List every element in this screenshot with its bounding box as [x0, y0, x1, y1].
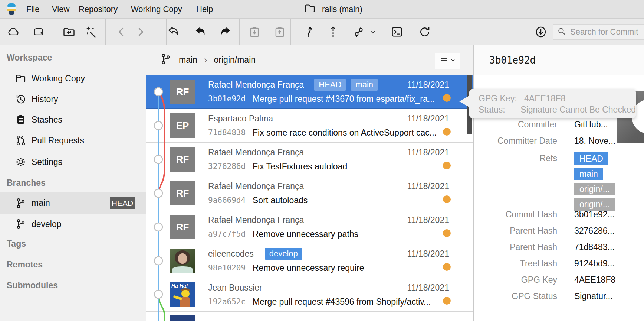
- commit-row-71d84838[interactable]: EP Espartaco Palma 11/18/2021 71d84838 F…: [146, 109, 474, 143]
- sidebar-item-pull-requests[interactable]: Pull Requests: [0, 131, 146, 150]
- commit-list-header: main › origin/main: [146, 45, 474, 75]
- hamburger-icon: [440, 56, 448, 66]
- field-value-commit-hash: 3b01e92...: [574, 210, 615, 220]
- tooltip-gpg-key-value: 4AEE18F8: [524, 94, 565, 104]
- commit-message: Remove unnecessary require: [253, 263, 364, 273]
- commits-graph-chevron-icon[interactable]: [368, 25, 378, 39]
- menu-working-copy[interactable]: Working Copy: [129, 0, 184, 19]
- ref-badge-origin-2[interactable]: origin/...: [574, 198, 615, 211]
- rebase-button[interactable]: [326, 25, 340, 39]
- drive-button[interactable]: [32, 25, 46, 39]
- field-value-committer-date: 18. Nove...: [574, 136, 615, 146]
- stash-button[interactable]: [247, 25, 262, 39]
- refresh-button[interactable]: [418, 25, 432, 39]
- gpg-status-dot[interactable]: [443, 297, 451, 305]
- tooltip-status-value: Signature Cannot Be Checked: [520, 105, 636, 115]
- commit-author: Rafael Mendonça França: [208, 215, 304, 225]
- commit-author: eileencodes: [208, 249, 254, 259]
- discard-button[interactable]: [167, 25, 181, 39]
- field-label-committer: Committer: [474, 120, 557, 130]
- merge-button[interactable]: [303, 25, 317, 39]
- submodules-header[interactable]: Submodules: [7, 278, 142, 293]
- search-input[interactable]: [570, 27, 644, 37]
- ref-badge-main: main: [351, 79, 378, 91]
- sidebar-branch-develop[interactable]: develop: [0, 215, 146, 233]
- menu-repository[interactable]: Repository: [76, 0, 120, 19]
- cloud-button[interactable]: [6, 25, 20, 39]
- gpg-status-dot[interactable]: [443, 94, 451, 102]
- terminal-button[interactable]: [390, 25, 404, 39]
- branches-header: Branches: [7, 175, 142, 191]
- gpg-status-dot[interactable]: [443, 195, 451, 203]
- back-button[interactable]: [115, 25, 129, 39]
- gpg-status-dot[interactable]: [443, 162, 451, 169]
- commit-message: Merge pull request #43670 from esparta/f…: [253, 94, 435, 104]
- branch-icon: [160, 53, 172, 68]
- ref-badge-head[interactable]: HEAD: [574, 152, 608, 165]
- gpg-status-dot[interactable]: [443, 229, 451, 237]
- download-commits-button[interactable]: [534, 25, 548, 39]
- forward-button[interactable]: [133, 25, 147, 39]
- menu-view[interactable]: View: [50, 0, 72, 19]
- field-value-parent-hash-1: 3276286...: [574, 226, 615, 236]
- commit-date: 11/18/2021: [407, 283, 449, 293]
- pull-request-icon: [15, 134, 27, 146]
- gpg-tooltip: GPG Key: 4AEE18F8 Status: Signature Cann…: [469, 89, 636, 118]
- folder-icon: [304, 2, 316, 16]
- avatar: EP: [170, 113, 195, 138]
- gpg-status-dot[interactable]: [443, 128, 451, 136]
- menu-file[interactable]: File: [24, 0, 42, 19]
- commit-message: Fix TestFixtures autoload: [253, 162, 347, 172]
- field-label-refs: Refs: [474, 153, 557, 163]
- commit-row-3b01e92d[interactable]: RF Rafael Mendonça França HEAD main 11/1…: [146, 75, 474, 109]
- graph-options-button[interactable]: [435, 53, 460, 69]
- commit-row-192a652c[interactable]: Ha Ha! Jean Boussier 11/18/2021 192a652c…: [146, 278, 474, 312]
- field-label-gpg-key: GPG Key: [474, 275, 557, 285]
- ref-badge-origin-1[interactable]: origin/...: [574, 183, 615, 195]
- field-label-parent-hash-1: Parent Hash: [474, 226, 557, 236]
- field-value-gpg-status: Signatur...: [574, 291, 613, 301]
- commit-row-a97c7f5d[interactable]: RF Rafael Mendonça França 11/18/2021 a97…: [146, 210, 474, 244]
- commit-message: Merge pull request #43596 from Shopify/a…: [253, 297, 431, 307]
- avatar-partial: [170, 315, 195, 321]
- gear-icon: [15, 156, 27, 168]
- branch-icon: [15, 218, 27, 230]
- commit-row-98e10209[interactable]: eileencodes develop 11/18/2021 98e10209 …: [146, 244, 474, 278]
- commit-message: Sort autoloads: [253, 195, 308, 205]
- ref-badge-main[interactable]: main: [574, 168, 603, 180]
- ref-badge-head: HEAD: [314, 79, 346, 91]
- open-repo-button[interactable]: [62, 25, 76, 39]
- breadcrumb[interactable]: main › origin/main: [160, 45, 256, 75]
- branch-icon: [15, 197, 27, 209]
- unstash-button[interactable]: [273, 25, 287, 39]
- avatar: RF: [170, 80, 195, 104]
- commit-hash: 9a6669d4: [208, 196, 253, 205]
- commit-author: Jean Boussier: [208, 283, 262, 293]
- gpg-status-dot[interactable]: [443, 263, 451, 271]
- field-label-treehash: TreeHash: [474, 259, 557, 269]
- folder-icon: [15, 72, 27, 84]
- commit-row-3276286d[interactable]: RF Rafael Mendonça França 11/18/2021 327…: [146, 143, 474, 176]
- avatar: RF: [170, 181, 195, 205]
- magic-wand-button[interactable]: [84, 25, 98, 39]
- sidebar-item-history[interactable]: History: [0, 90, 146, 108]
- commit-hash: 3b01e92d: [208, 94, 253, 103]
- commit-row-9a6669d4[interactable]: RF Rafael Mendonça França 11/18/2021 9a6…: [146, 176, 474, 210]
- tags-header[interactable]: Tags: [7, 236, 142, 252]
- sidebar-branch-main[interactable]: main HEAD: [0, 192, 146, 214]
- commit-author: Rafael Mendonça França: [208, 80, 304, 90]
- menu-help[interactable]: Help: [194, 0, 215, 19]
- commit-hash: a97c7f5d: [208, 230, 253, 239]
- remotes-header[interactable]: Remotes: [7, 257, 142, 272]
- avatar: RF: [170, 147, 195, 172]
- sidebar-item-stashes[interactable]: Stashes: [0, 110, 146, 129]
- sidebar-item-settings[interactable]: Settings: [0, 153, 146, 171]
- detail-commit-title: 3b01e92d: [489, 45, 536, 75]
- push-button[interactable]: [218, 25, 233, 39]
- commit-hash: 98e10209: [208, 263, 253, 272]
- pull-button[interactable]: [193, 25, 207, 39]
- sidebar-item-working-copy[interactable]: Working Copy: [0, 69, 146, 88]
- field-label-committer-date: Committer Date: [474, 136, 557, 146]
- sidebar: Workspace Working Copy History Stashes P…: [0, 45, 146, 321]
- commits-graph-button[interactable]: [352, 25, 366, 39]
